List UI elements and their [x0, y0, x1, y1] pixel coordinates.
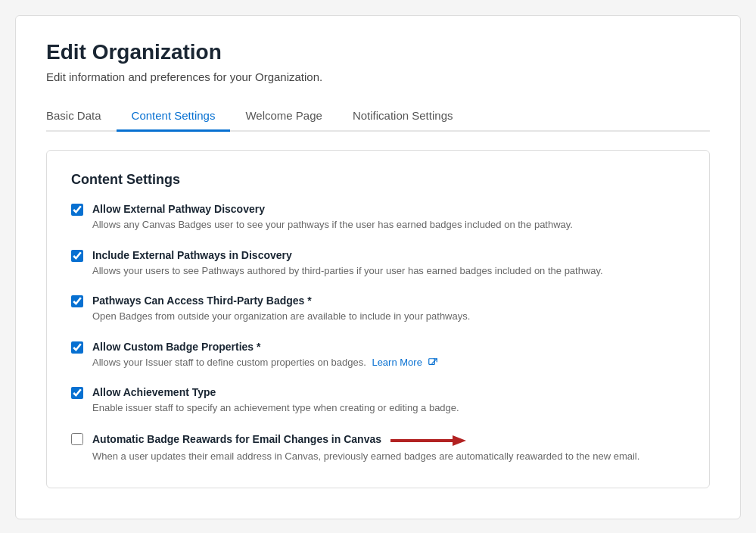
setting-include-external-pathways: Include External Pathways in Discovery A… — [71, 249, 685, 279]
setting-desc-pathways-third-party: Open Badges from outside your organizati… — [92, 309, 685, 324]
tab-content-settings[interactable]: Content Settings — [117, 101, 231, 132]
setting-desc-automatic-badge-reawards: When a user updates their email address … — [92, 449, 685, 464]
setting-pathways-third-party: Pathways Can Access Third-Party Badges *… — [71, 295, 685, 324]
tab-bar: Basic Data Content Settings Welcome Page… — [46, 101, 710, 132]
setting-label-allow-external-pathway-discovery: Allow External Pathway Discovery — [92, 203, 685, 215]
card-title: Content Settings — [71, 172, 685, 188]
setting-automatic-badge-reawards: Automatic Badge Reawards for Email Chang… — [71, 432, 685, 464]
setting-allow-external-pathway-discovery: Allow External Pathway Discovery Allows … — [71, 203, 685, 232]
tab-basic-data[interactable]: Basic Data — [46, 101, 117, 132]
checkbox-pathways-third-party[interactable] — [71, 295, 83, 310]
setting-desc-custom-badge-properties: Allows your Issuer staff to define custo… — [92, 355, 685, 370]
external-link-icon — [428, 355, 438, 370]
checkbox-include-external-pathways[interactable] — [71, 250, 83, 265]
setting-label-automatic-badge-reawards: Automatic Badge Reawards for Email Chang… — [92, 433, 381, 445]
setting-label-pathways-third-party: Pathways Can Access Third-Party Badges * — [92, 295, 685, 307]
setting-label-allow-achievement-type: Allow Achievement Type — [92, 386, 685, 398]
setting-desc-allow-achievement-type: Enable issuer staff to specify an achiev… — [92, 401, 685, 416]
checkbox-allow-achievement-type[interactable] — [71, 387, 83, 402]
tab-notification-settings[interactable]: Notification Settings — [338, 101, 468, 132]
setting-label-include-external-pathways: Include External Pathways in Discovery — [92, 249, 685, 261]
content-settings-card: Content Settings Allow External Pathway … — [46, 150, 710, 488]
page-title: Edit Organization — [46, 40, 710, 64]
learn-more-link[interactable]: Learn More — [372, 357, 437, 368]
setting-custom-badge-properties: Allow Custom Badge Properties * Allows y… — [71, 341, 685, 370]
page-container: Edit Organization Edit information and p… — [15, 15, 741, 519]
page-subtitle: Edit information and preferences for you… — [46, 70, 710, 83]
checkbox-allow-external-pathway-discovery[interactable] — [71, 204, 83, 219]
setting-desc-allow-external-pathway-discovery: Allows any Canvas Badges user to see you… — [92, 217, 685, 232]
red-arrow-icon — [390, 432, 466, 449]
setting-desc-include-external-pathways: Allows your users to see Pathways author… — [92, 263, 685, 279]
checkbox-automatic-badge-reawards[interactable] — [71, 433, 83, 448]
red-arrow-annotation — [390, 432, 466, 449]
setting-label-custom-badge-properties: Allow Custom Badge Properties * — [92, 341, 685, 353]
checkbox-custom-badge-properties[interactable] — [71, 341, 83, 357]
tab-welcome-page[interactable]: Welcome Page — [230, 101, 337, 132]
setting-allow-achievement-type: Allow Achievement Type Enable issuer sta… — [71, 386, 685, 416]
svg-marker-2 — [453, 435, 466, 446]
